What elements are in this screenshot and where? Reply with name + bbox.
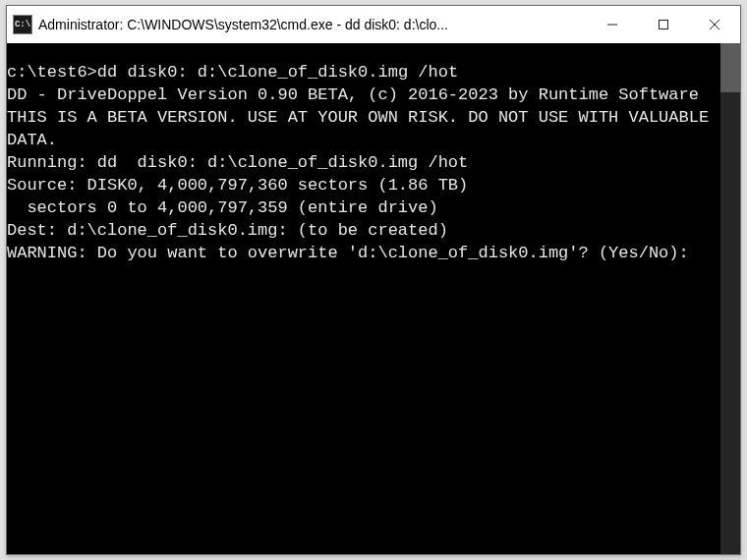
titlebar[interactable]: C:\ Administrator: C:\WINDOWS\system32\c… <box>7 6 740 43</box>
command-input[interactable]: dd disk0: d:\clone_of_disk0.img /hot <box>97 63 458 82</box>
cmd-icon: C:\ <box>13 15 32 34</box>
minimize-button[interactable] <box>587 6 638 43</box>
scrollbar-thumb[interactable] <box>720 43 740 92</box>
output-line: sectors 0 to 4,000,797,359 (entire drive… <box>7 198 438 217</box>
cmd-window: C:\ Administrator: C:\WINDOWS\system32\c… <box>6 5 741 555</box>
output-line: WARNING: Do you want to overwrite 'd:\cl… <box>7 244 689 262</box>
output-line: Running: dd disk0: d:\clone_of_disk0.img… <box>7 153 468 172</box>
close-icon <box>709 19 720 30</box>
terminal-output[interactable]: c:\test6>dd disk0: d:\clone_of_disk0.img… <box>7 43 720 554</box>
vertical-scrollbar[interactable] <box>720 43 740 554</box>
output-line: DD - DriveDoppel Version 0.90 BETA, (c) … <box>7 85 699 104</box>
window-controls <box>587 6 740 43</box>
output-line: Source: DISK0, 4,000,797,360 sectors (1.… <box>7 176 468 195</box>
prompt: c:\test6> <box>7 63 97 82</box>
terminal-wrap: c:\test6>dd disk0: d:\clone_of_disk0.img… <box>7 43 740 554</box>
output-line: Dest: d:\clone_of_disk0.img: (to be crea… <box>7 221 448 240</box>
maximize-icon <box>658 19 669 30</box>
maximize-button[interactable] <box>638 6 689 43</box>
svg-rect-1 <box>660 21 668 29</box>
close-button[interactable] <box>689 6 740 43</box>
minimize-icon <box>606 19 618 30</box>
window-title: Administrator: C:\WINDOWS\system32\cmd.e… <box>38 17 587 32</box>
output-line: THIS IS A BETA VERSION. USE AT YOUR OWN … <box>7 108 718 149</box>
